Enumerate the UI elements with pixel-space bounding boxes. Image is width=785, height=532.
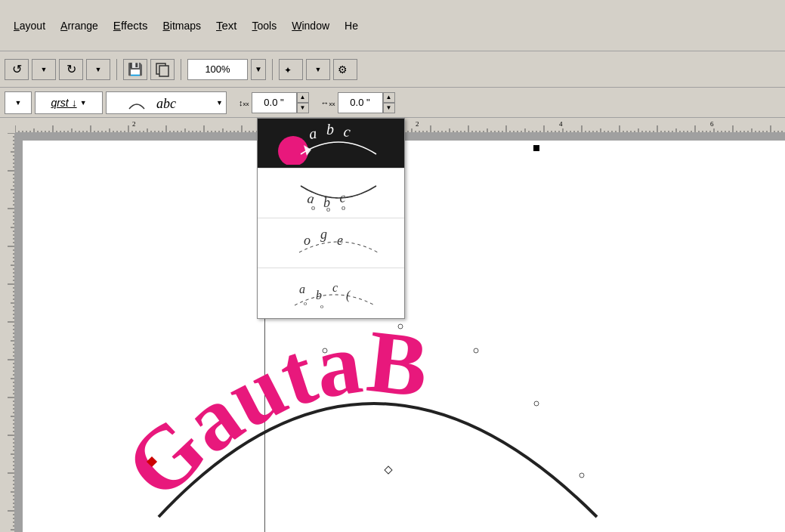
svg-text:(: ( (346, 289, 351, 302)
toolbar1-sep3 (272, 59, 273, 80)
path-type-arrow: ▼ (216, 99, 223, 107)
offset-y-group: ↔xx ▲ ▼ (321, 92, 395, 113)
svg-text:b: b (326, 122, 334, 138)
svg-text:e: e (337, 233, 343, 248)
redo-button[interactable]: ↻ (59, 59, 83, 80)
offset-x-down[interactable]: ▼ (297, 103, 309, 113)
offset-x-group: ↕xx ▲ ▼ (239, 92, 309, 113)
svg-text:⚙: ⚙ (338, 64, 348, 76)
svg-text:o: o (320, 303, 323, 310)
svg-text:b: b (316, 289, 322, 302)
offset-y-down[interactable]: ▼ (383, 103, 395, 113)
svg-text:✦: ✦ (284, 65, 292, 76)
zoom-dropdown[interactable]: ▼ (251, 59, 266, 80)
ruler-vertical (0, 133, 15, 532)
svg-text:o: o (311, 203, 315, 212)
undo-button[interactable]: ↺ (5, 59, 29, 80)
svg-text:o: o (304, 233, 311, 248)
svg-text:c: c (332, 281, 338, 294)
svg-point-28 (474, 348, 478, 353)
path-dropdown-popup: a b c a b c o o o (257, 118, 405, 319)
toolbar1-sep1 (116, 59, 117, 80)
menu-tools[interactable]: Tools (245, 17, 285, 35)
transform1-button[interactable]: ✦ (279, 59, 303, 80)
menu-effects[interactable]: Effects (106, 16, 156, 35)
zoom-input[interactable]: 100% (187, 59, 248, 80)
svg-text:GautaB: GautaB (107, 311, 433, 518)
menu-window[interactable]: Window (284, 17, 337, 35)
path-option-top[interactable]: a b c (258, 119, 404, 169)
path-type-label: abc (156, 96, 176, 112)
svg-rect-1 (159, 66, 168, 76)
svg-point-29 (534, 401, 539, 406)
offset-x-icon: ↕xx (239, 98, 249, 107)
svg-point-30 (579, 473, 584, 478)
path-option-bottom[interactable]: a b c o o o (258, 169, 404, 218)
menu-layout[interactable]: Layout (6, 17, 53, 35)
offset-x-up[interactable]: ▲ (297, 92, 309, 103)
svg-text:o: o (304, 300, 307, 307)
svg-text:o: o (342, 203, 345, 212)
toolbar1-sep2 (181, 59, 181, 80)
menu-help[interactable]: He (337, 17, 366, 35)
menu-arrange[interactable]: Arrange (53, 17, 106, 35)
menu-bitmaps[interactable]: Bitmaps (155, 17, 209, 35)
path-option-stagger-odd[interactable]: a b c ( o o (258, 268, 404, 318)
font-style-arrow: ▼ (80, 99, 87, 107)
offset-x-spinners: ▲ ▼ (297, 92, 309, 113)
handle-top-right[interactable] (533, 145, 539, 151)
menu-text[interactable]: Text (209, 16, 245, 35)
toolbar2: ▼ qrst ↓ ▼ abc ▼ ↕xx ▲ ▼ ↔xx ▲ ▼ (0, 88, 785, 118)
save-button[interactable]: 💾 (123, 59, 147, 80)
offset-x-input[interactable] (252, 92, 297, 113)
menu-bar: Layout Arrange Effects Bitmaps Text Tool… (0, 0, 785, 51)
font-style-input[interactable]: qrst ↓ ▼ (35, 91, 103, 114)
redo-dropdown[interactable]: ▼ (86, 59, 110, 80)
svg-text:a: a (308, 124, 317, 141)
offset-y-input[interactable] (338, 92, 383, 113)
svg-text:g: g (320, 227, 327, 242)
offset-y-spinners: ▲ ▼ (383, 92, 395, 113)
transform1-dropdown[interactable]: ▼ (306, 59, 330, 80)
offset-y-icon: ↔xx (321, 98, 335, 107)
svg-text:o: o (326, 205, 330, 213)
svg-text:a: a (299, 283, 305, 295)
font-style-arrow-left[interactable]: ▼ (5, 91, 32, 114)
svg-point-4 (278, 136, 308, 165)
toolbar1: ↺ ▼ ↻ ▼ 💾 100% ▼ ✦ ▼ ⚙ (0, 51, 785, 88)
export-button[interactable] (150, 59, 175, 80)
svg-text:c: c (342, 122, 351, 140)
offset-y-up[interactable]: ▲ (383, 92, 395, 103)
path-option-stagger-even[interactable]: o g e (258, 218, 404, 268)
path-type-dropdown[interactable]: abc ▼ (106, 91, 227, 114)
undo-dropdown[interactable]: ▼ (32, 59, 56, 80)
transform2-button[interactable]: ⚙ (333, 59, 357, 80)
